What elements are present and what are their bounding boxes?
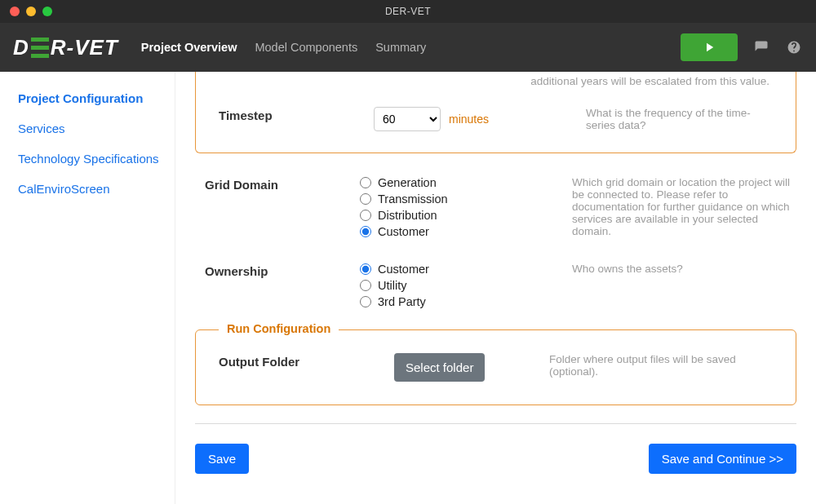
run-configuration-fieldset: Run Configuration Output Folder Select f… (195, 329, 796, 405)
tab-model-components[interactable]: Model Components (255, 41, 357, 54)
grid-domain-label: Grid Domain (205, 176, 360, 192)
grid-domain-option-transmission[interactable]: Transmission (360, 192, 564, 206)
run-button[interactable] (681, 33, 738, 61)
output-folder-label: Output Folder (219, 353, 394, 369)
grid-domain-option-customer[interactable]: Customer (360, 225, 564, 238)
minimize-window-button[interactable] (26, 7, 36, 16)
timestep-unit: minutes (449, 113, 489, 126)
close-window-button[interactable] (10, 7, 20, 16)
radio-label: Transmission (378, 192, 448, 206)
select-folder-button[interactable]: Select folder (394, 353, 485, 382)
radio-label: Customer (378, 225, 429, 238)
play-icon (702, 40, 716, 55)
chat-icon (754, 40, 769, 55)
timestep-label: Timestep (219, 107, 374, 122)
sidebar-item-technology-specs[interactable]: Technology Specifications (18, 152, 160, 166)
logo-text-right: R-VET (51, 35, 118, 60)
ownership-option-customer[interactable]: Customer (360, 263, 564, 276)
sidebar-item-services[interactable]: Services (18, 122, 160, 135)
timestep-help: What is the frequency of the time-series… (578, 107, 773, 131)
project-params-fieldset: additional years will be escalated from … (195, 72, 796, 153)
top-navbar: D R-VET Project Overview Model Component… (0, 23, 816, 72)
sidebar-item-project-configuration[interactable]: Project Configuration (18, 91, 160, 105)
left-sidebar: Project Configuration Services Technolog… (0, 72, 175, 504)
radio-label: Generation (378, 176, 437, 189)
maximize-window-button[interactable] (42, 7, 52, 16)
logo-bars-icon (31, 38, 49, 58)
main-panel: additional years will be escalated from … (175, 72, 816, 504)
feedback-button[interactable] (752, 38, 770, 56)
output-folder-help: Folder where output files will be saved … (541, 353, 773, 378)
tab-project-overview[interactable]: Project Overview (141, 41, 237, 54)
help-icon (787, 40, 801, 55)
tab-summary[interactable]: Summary (375, 41, 426, 54)
window-controls (0, 7, 52, 16)
ownership-option-3rdparty[interactable]: 3rd Party (360, 295, 564, 308)
help-button[interactable] (785, 38, 803, 56)
save-button[interactable]: Save (195, 444, 249, 474)
app-logo: D R-VET (13, 35, 118, 60)
grid-domain-option-distribution[interactable]: Distribution (360, 209, 564, 222)
radio-label: 3rd Party (378, 295, 426, 308)
ownership-radio-group: Customer Utility 3rd Party (360, 263, 564, 308)
timestep-select[interactable]: 60 (374, 107, 441, 131)
nav-tabs: Project Overview Model Components Summar… (141, 41, 426, 54)
radio-label: Distribution (378, 209, 437, 222)
ownership-help: Who owns the assets? (564, 263, 796, 275)
grid-domain-option-generation[interactable]: Generation (360, 176, 564, 189)
save-and-continue-button[interactable]: Save and Continue >> (649, 444, 796, 474)
sidebar-item-calenviroscreen[interactable]: CalEnviroScreen (18, 182, 160, 196)
grid-domain-help: Which grid domain or location the projec… (564, 176, 796, 237)
grid-domain-radio-group: Generation Transmission Distribution Cus… (360, 176, 564, 238)
logo-text-left: D (13, 35, 29, 60)
ownership-label: Ownership (205, 263, 360, 278)
previous-field-help-fragment: additional years will be escalated from … (219, 75, 773, 87)
window-title: DER-VET (0, 6, 816, 17)
radio-label: Utility (378, 279, 406, 292)
window-titlebar: DER-VET (0, 0, 816, 23)
section-divider (195, 423, 796, 424)
radio-label: Customer (378, 263, 429, 276)
ownership-option-utility[interactable]: Utility (360, 279, 564, 292)
run-configuration-legend: Run Configuration (219, 322, 339, 335)
